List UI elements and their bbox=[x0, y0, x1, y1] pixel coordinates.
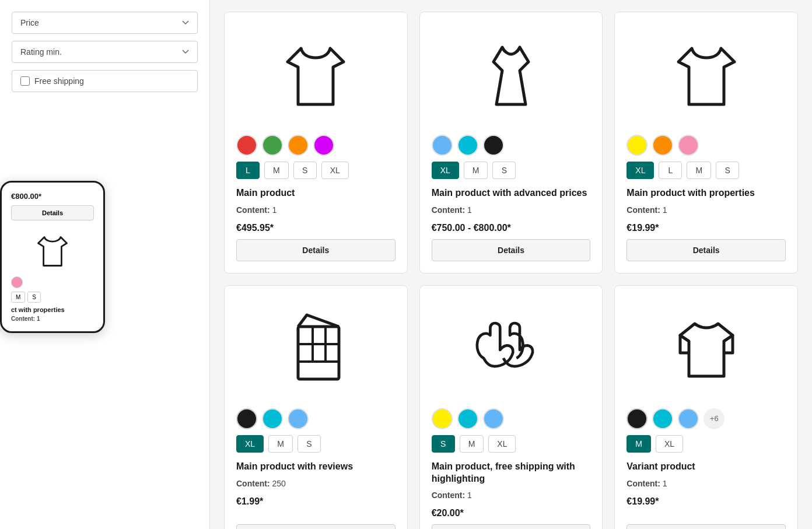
product-name-main-product: Main product bbox=[236, 187, 396, 199]
details-button-main-product[interactable]: Details bbox=[236, 239, 396, 261]
size-buttons-main-product-free-shipping: SMXL bbox=[432, 435, 591, 453]
mobile-size-s[interactable]: S bbox=[27, 292, 41, 303]
color-swatch-main-product-reviews-0[interactable] bbox=[236, 408, 257, 429]
product-card-main-product-reviews: XLMSMain product with reviewsContent: 25… bbox=[224, 285, 408, 529]
free-shipping-checkbox[interactable] bbox=[20, 76, 30, 86]
color-swatch-main-product-advanced-2[interactable] bbox=[483, 135, 504, 156]
size-btn-main-product-xl[interactable]: XL bbox=[321, 162, 349, 179]
color-swatch-variant-product-0[interactable] bbox=[626, 408, 648, 429]
product-image-main-product bbox=[236, 24, 396, 129]
color-swatch-main-product-2[interactable] bbox=[288, 135, 309, 156]
free-shipping-label: Free shipping bbox=[34, 76, 84, 86]
mobile-product-name: ct with properties bbox=[11, 306, 94, 313]
details-button-variant-product[interactable]: Details bbox=[626, 524, 786, 529]
size-btn-main-product-free-shipping-xl[interactable]: XL bbox=[488, 435, 516, 453]
size-btn-main-product-advanced-s[interactable]: S bbox=[492, 162, 516, 179]
size-btn-main-product-properties-m[interactable]: M bbox=[687, 162, 711, 179]
product-price-variant-product: €19.99* bbox=[626, 496, 786, 507]
color-swatch-variant-product-1[interactable] bbox=[652, 408, 673, 429]
details-button-main-product-properties[interactable]: Details bbox=[626, 239, 786, 261]
color-swatch-main-product-3[interactable] bbox=[313, 135, 334, 156]
size-btn-main-product-reviews-s[interactable]: S bbox=[298, 435, 321, 453]
content-label: Content: bbox=[236, 205, 270, 215]
size-btn-main-product-free-shipping-m[interactable]: M bbox=[460, 435, 484, 453]
product-content-main-product: Content: 1 bbox=[236, 205, 396, 215]
product-card-main-product-free-shipping: SMXLMain product, free shipping with hig… bbox=[419, 285, 603, 529]
mobile-price: €800.00* bbox=[11, 192, 94, 201]
color-swatches-main-product-free-shipping bbox=[432, 408, 591, 429]
color-swatches-main-product bbox=[236, 135, 396, 156]
color-swatch-main-product-advanced-1[interactable] bbox=[457, 135, 478, 156]
size-btn-main-product-properties-xl[interactable]: XL bbox=[626, 162, 654, 179]
product-image-main-product-advanced bbox=[432, 24, 591, 129]
rating-filter[interactable]: Rating min. bbox=[12, 41, 198, 63]
color-swatch-main-product-reviews-1[interactable] bbox=[262, 408, 283, 429]
product-price-main-product-properties: €19.99* bbox=[626, 223, 786, 233]
mobile-color-swatch[interactable] bbox=[11, 276, 23, 288]
product-content-main-product-properties: Content: 1 bbox=[626, 205, 786, 215]
size-btn-main-product-properties-s[interactable]: S bbox=[716, 162, 739, 179]
content-label: Content: bbox=[626, 205, 660, 215]
size-btn-main-product-free-shipping-s[interactable]: S bbox=[432, 435, 455, 453]
product-content-variant-product: Content: 1 bbox=[626, 479, 786, 488]
details-button-main-product-advanced[interactable]: Details bbox=[432, 239, 591, 261]
product-name-main-product-free-shipping: Main product, free shipping with highlig… bbox=[432, 461, 591, 485]
color-swatches-main-product-properties bbox=[626, 135, 786, 156]
size-btn-main-product-reviews-m[interactable]: M bbox=[268, 435, 293, 453]
size-buttons-main-product-properties: XLLMS bbox=[626, 162, 786, 179]
mobile-size-buttons: M S bbox=[11, 292, 94, 303]
free-shipping-filter[interactable]: Free shipping bbox=[12, 70, 198, 92]
content-label: Content: bbox=[236, 479, 270, 488]
color-swatch-main-product-properties-1[interactable] bbox=[652, 135, 673, 156]
color-swatch-main-product-free-shipping-1[interactable] bbox=[457, 408, 478, 429]
color-swatches-main-product-reviews bbox=[236, 408, 396, 429]
size-btn-main-product-l[interactable]: L bbox=[236, 162, 260, 179]
content-label: Content: bbox=[432, 205, 466, 215]
color-swatch-main-product-0[interactable] bbox=[236, 135, 257, 156]
size-btn-main-product-s[interactable]: S bbox=[293, 162, 317, 179]
content-label: Content: bbox=[432, 491, 466, 500]
size-btn-main-product-properties-l[interactable]: L bbox=[659, 162, 682, 179]
color-swatch-main-product-reviews-2[interactable] bbox=[288, 408, 309, 429]
product-area: LMSXLMain productContent: 1€495.95*Detai… bbox=[210, 0, 812, 529]
product-content-main-product-reviews: Content: 250 bbox=[236, 479, 396, 488]
color-swatch-main-product-properties-2[interactable] bbox=[678, 135, 699, 156]
details-button-main-product-reviews[interactable]: Details bbox=[236, 524, 396, 529]
product-content-main-product-free-shipping: Content: 1 bbox=[432, 491, 591, 500]
color-swatch-main-product-free-shipping-0[interactable] bbox=[432, 408, 453, 429]
color-swatch-main-product-properties-0[interactable] bbox=[626, 135, 648, 156]
svg-rect-0 bbox=[298, 327, 339, 379]
product-price-main-product: €495.95* bbox=[236, 223, 396, 233]
mobile-product-icon bbox=[11, 231, 94, 272]
size-btn-main-product-advanced-m[interactable]: M bbox=[464, 162, 488, 179]
extra-colors-variant-product[interactable]: +6 bbox=[704, 408, 724, 429]
mobile-product-content: Content: 1 bbox=[11, 316, 94, 322]
mobile-size-m[interactable]: M bbox=[11, 292, 25, 303]
size-btn-variant-product-m[interactable]: M bbox=[626, 435, 651, 453]
size-buttons-main-product-advanced: XLMS bbox=[432, 162, 591, 179]
product-name-main-product-reviews: Main product with reviews bbox=[236, 461, 396, 473]
price-filter[interactable]: Price bbox=[12, 12, 198, 34]
color-swatch-variant-product-2[interactable] bbox=[678, 408, 699, 429]
product-image-main-product-properties bbox=[626, 24, 786, 129]
size-btn-variant-product-xl[interactable]: XL bbox=[656, 435, 683, 453]
color-swatch-main-product-1[interactable] bbox=[262, 135, 283, 156]
product-price-main-product-advanced: €750.00 - €800.00* bbox=[432, 223, 591, 233]
size-btn-main-product-reviews-xl[interactable]: XL bbox=[236, 435, 264, 453]
details-button-main-product-free-shipping[interactable]: Details bbox=[432, 524, 591, 529]
product-name-main-product-advanced: Main product with advanced prices bbox=[432, 187, 591, 199]
color-swatches-main-product-advanced bbox=[432, 135, 591, 156]
size-btn-main-product-m[interactable]: M bbox=[264, 162, 289, 179]
size-btn-main-product-advanced-xl[interactable]: XL bbox=[432, 162, 459, 179]
product-image-variant-product bbox=[626, 297, 786, 402]
product-card-main-product: LMSXLMain productContent: 1€495.95*Detai… bbox=[224, 12, 408, 274]
color-swatches-variant-product: +6 bbox=[626, 408, 786, 429]
mobile-details-button[interactable]: Details bbox=[11, 205, 94, 220]
product-image-main-product-reviews bbox=[236, 297, 396, 402]
product-card-main-product-advanced: XLMSMain product with advanced pricesCon… bbox=[419, 12, 603, 274]
mobile-overlay: €800.00* Details M S ct with properties … bbox=[0, 181, 105, 333]
color-swatch-main-product-advanced-0[interactable] bbox=[432, 135, 453, 156]
product-card-variant-product: +6MXLVariant productContent: 1€19.99*Det… bbox=[614, 285, 798, 529]
color-swatch-main-product-free-shipping-2[interactable] bbox=[483, 408, 504, 429]
product-name-variant-product: Variant product bbox=[626, 461, 786, 473]
